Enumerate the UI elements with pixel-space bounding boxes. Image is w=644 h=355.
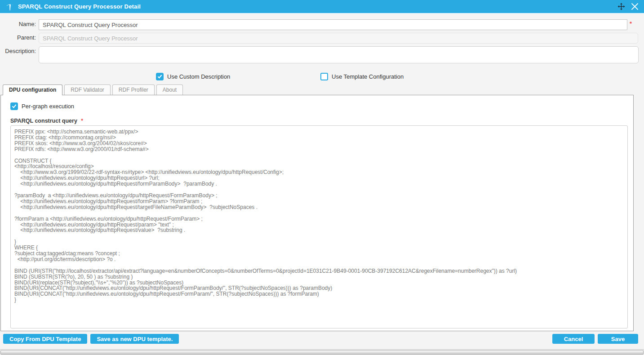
save-button[interactable]: Save xyxy=(598,334,638,344)
horizontal-scrollbar[interactable] xyxy=(0,349,644,355)
parent-row: Parent: xyxy=(0,33,644,44)
query-required-asterisk: * xyxy=(81,117,83,124)
per-graph-execution-checkbox[interactable] xyxy=(10,102,18,110)
options-row: Use Custom Description Use Template Conf… xyxy=(0,73,644,81)
sparql-query-label: SPARQL construct query xyxy=(10,118,77,124)
use-template-configuration-checkbox[interactable] xyxy=(320,73,328,80)
name-input[interactable] xyxy=(39,19,627,30)
use-custom-description-checkbox[interactable] xyxy=(156,73,164,80)
dialog-form: Name: * Parent: Description: Use Custom … xyxy=(0,14,644,81)
sparql-query-input[interactable]: PREFIX ppx: <http://schema.semantic-web.… xyxy=(10,125,628,328)
description-row: Description: xyxy=(0,46,644,63)
tab-rdf-validator[interactable]: RDF Validator xyxy=(64,84,110,95)
name-required-asterisk: * xyxy=(630,19,632,27)
dialog-header: SPARQL Construct Query Processor Detail xyxy=(0,0,644,14)
dialog-title: SPARQL Construct Query Processor Detail xyxy=(18,3,141,10)
move-icon[interactable] xyxy=(616,2,626,12)
parent-input xyxy=(39,33,638,44)
check-icon xyxy=(158,74,162,78)
tab-about[interactable]: About xyxy=(156,84,183,95)
transformer-dpu-icon xyxy=(5,2,14,11)
per-graph-execution-group: Per-graph execution xyxy=(10,102,628,110)
horizontal-scrollbar-thumb[interactable] xyxy=(0,350,644,355)
parent-label: Parent: xyxy=(0,33,36,41)
copy-from-dpu-template-button[interactable]: Copy From DPU Template xyxy=(3,334,87,344)
check-icon xyxy=(12,103,17,108)
save-as-new-dpu-template-button[interactable]: Save as new DPU template. xyxy=(90,334,179,344)
tab-rdf-profiler[interactable]: RDF Profiler xyxy=(112,84,155,95)
name-row: Name: * xyxy=(0,19,644,30)
per-graph-execution-label[interactable]: Per-graph execution xyxy=(22,103,74,110)
tab-dpu-configuration[interactable]: DPU configuration xyxy=(3,84,62,95)
sparql-query-label-row: SPARQL construct query * xyxy=(10,118,628,124)
use-template-configuration-group: Use Template Configuration xyxy=(320,73,404,80)
name-label: Name: xyxy=(0,19,36,27)
dpu-configuration-panel: Per-graph execution SPARQL construct que… xyxy=(0,95,634,331)
description-label: Description: xyxy=(0,46,36,54)
use-custom-description-label[interactable]: Use Custom Description xyxy=(167,73,230,80)
dialog-footer: Copy From DPU Template Save as new DPU t… xyxy=(0,334,644,344)
use-custom-description-group: Use Custom Description xyxy=(156,73,230,80)
cancel-button[interactable]: Cancel xyxy=(552,334,595,344)
tab-bar: DPU configuration RDF Validator RDF Prof… xyxy=(0,84,644,95)
use-template-configuration-label[interactable]: Use Template Configuration xyxy=(332,73,404,80)
description-input[interactable] xyxy=(39,46,639,63)
close-icon[interactable] xyxy=(630,2,640,12)
